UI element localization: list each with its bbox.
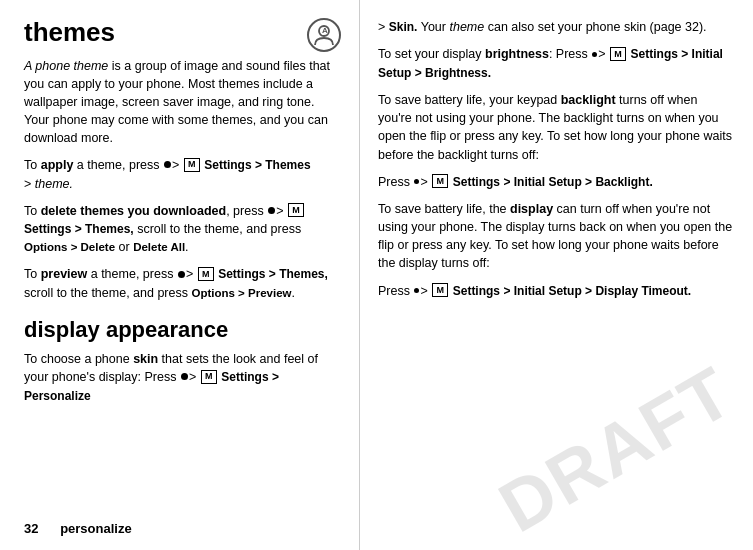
bullet-sym-display [414,288,419,293]
settings-icon-skin: M [201,370,217,384]
theme-icon-area: A [307,18,343,54]
settings-icon-brightness: M [610,47,626,61]
apply-para: To apply a theme, press > M Settings > T… [24,156,341,193]
bullet-sym-apply [164,161,171,168]
bullet-sym-backlight [414,179,419,184]
display-para: To save battery life, the display can tu… [378,200,733,273]
bullet-sym-skin [181,373,188,380]
settings-icon-delete: M [288,203,304,217]
backlight-press-para: Press > M Settings > Initial Setup > Bac… [378,173,733,191]
brightness-para: To set your display brightness: Press > … [378,45,733,82]
bullet-sym-brightness [592,52,597,57]
backlight-para: To save battery life, your keypad backli… [378,91,733,164]
skin-suffix-para: > Skin. Your theme can also set your pho… [378,18,733,36]
settings-icon-backlight: M [432,174,448,188]
settings-icon-preview: M [198,267,214,281]
display-press-para: Press > M Settings > Initial Setup > Dis… [378,282,733,300]
settings-icon-display: M [432,283,448,297]
settings-icon-apply: M [184,158,200,172]
skin-para: To choose a phone skin that sets the loo… [24,350,341,405]
person-icon: A [307,18,341,52]
page-label: personalize [60,521,132,536]
heading-themes: themes [24,18,341,47]
page-footer: 32 personalize [24,521,132,536]
svg-text:A: A [322,26,328,35]
delete-para: To delete themes you downloaded, press >… [24,202,341,257]
themes-intro: A phone theme A phone theme is a group o… [24,57,341,148]
preview-para: To preview a theme, press > M Settings >… [24,265,341,302]
draft-watermark: DRAFT [486,350,747,548]
bullet-sym-preview [178,271,185,278]
heading-display: display appearance [24,318,341,342]
page-number: 32 [24,521,38,536]
left-column: A themes A phone theme A phone theme is … [0,0,360,550]
bullet-sym-delete [268,207,275,214]
right-column: DRAFT > Skin. Your theme can also set yo… [360,0,753,550]
